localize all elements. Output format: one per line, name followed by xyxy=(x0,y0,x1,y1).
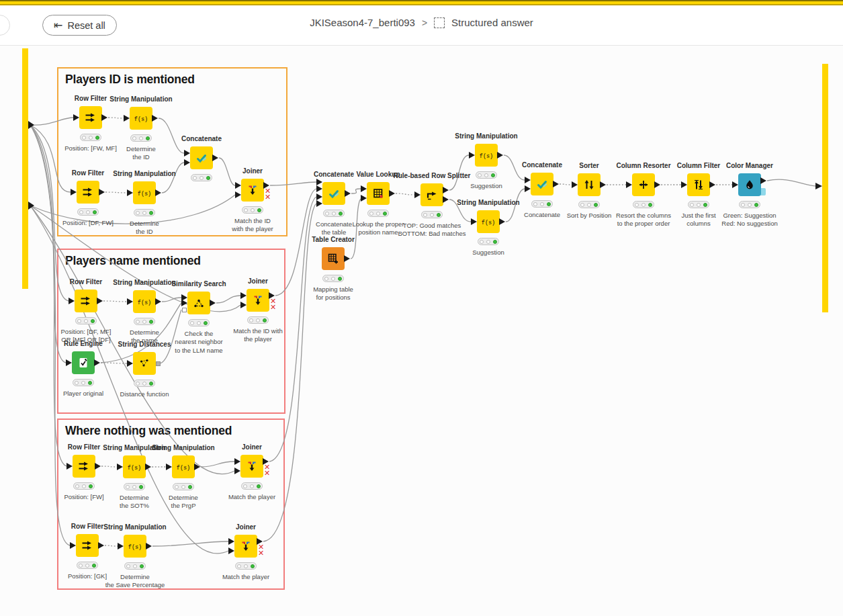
model-input-port[interactable] xyxy=(182,308,187,312)
string-manipulation-node[interactable]: f(s) xyxy=(133,290,156,313)
table-creator-node[interactable] xyxy=(322,247,345,270)
input-port[interactable] xyxy=(235,191,241,198)
output-port[interactable] xyxy=(654,181,660,188)
output-port[interactable] xyxy=(497,152,503,159)
output-port[interactable] xyxy=(194,464,200,470)
input-port[interactable] xyxy=(184,150,190,157)
input-port[interactable] xyxy=(525,185,531,192)
input-port[interactable] xyxy=(234,468,240,474)
wire[interactable] xyxy=(351,189,361,193)
string-manipulation-node[interactable]: f(s) xyxy=(133,181,156,204)
similarity-search-node[interactable] xyxy=(187,292,210,314)
input-port[interactable] xyxy=(127,360,133,367)
input-port[interactable] xyxy=(181,300,187,306)
output-port[interactable] xyxy=(97,298,103,304)
output-port[interactable] xyxy=(152,115,158,122)
reset-all-button[interactable]: ⇤ Reset all xyxy=(42,15,117,36)
input-port[interactable] xyxy=(525,177,531,183)
output-port[interactable] xyxy=(600,181,606,188)
joiner-node[interactable] xyxy=(241,179,264,202)
rule-engine-node[interactable] xyxy=(72,351,95,374)
string-distances-node[interactable] xyxy=(133,352,156,375)
output-port[interactable] xyxy=(155,298,161,305)
output-port[interactable] xyxy=(499,218,505,225)
input-port[interactable] xyxy=(471,218,477,225)
workflow-input-bar-port[interactable] xyxy=(28,202,34,210)
input-port[interactable] xyxy=(732,181,738,188)
output-port[interactable] xyxy=(709,181,715,188)
joiner-node[interactable] xyxy=(240,455,263,478)
row-filter-node[interactable] xyxy=(77,181,99,204)
workflow-input-bar[interactable] xyxy=(22,48,28,289)
wire[interactable] xyxy=(396,193,414,195)
input-port[interactable] xyxy=(240,302,247,308)
input-port[interactable] xyxy=(361,185,367,192)
input-port[interactable] xyxy=(235,182,241,189)
input-port[interactable] xyxy=(71,189,77,195)
string-manipulation-node[interactable]: f(s) xyxy=(172,455,195,478)
column-resorter-node[interactable] xyxy=(632,173,655,196)
input-port[interactable] xyxy=(127,298,133,305)
input-port[interactable] xyxy=(117,464,123,470)
input-port[interactable] xyxy=(124,115,130,122)
output-port[interactable] xyxy=(94,359,100,366)
wire[interactable] xyxy=(767,179,816,186)
input-port[interactable] xyxy=(66,463,73,470)
input-port[interactable] xyxy=(66,359,72,366)
input-port[interactable] xyxy=(240,292,247,299)
input-port[interactable] xyxy=(316,185,322,192)
input-port[interactable] xyxy=(681,181,687,188)
input-port[interactable] xyxy=(572,181,578,188)
color-manager-node[interactable] xyxy=(738,173,761,196)
joiner-node[interactable] xyxy=(247,289,269,312)
workflow-canvas[interactable]: Players ID is mentionedPlayers name ment… xyxy=(0,0,843,616)
output-port[interactable] xyxy=(760,177,766,184)
input-port[interactable] xyxy=(316,200,322,207)
clipped-button[interactable]: all xyxy=(0,15,10,36)
input-port[interactable] xyxy=(70,542,76,549)
input-port[interactable] xyxy=(234,458,240,465)
input-port[interactable] xyxy=(166,464,172,470)
input-port[interactable] xyxy=(69,298,75,304)
output-port[interactable] xyxy=(95,463,101,470)
output-port[interactable] xyxy=(389,190,395,197)
workflow-output-bar[interactable] xyxy=(822,64,828,312)
output-port[interactable] xyxy=(344,255,350,262)
breadcrumb-component[interactable]: Structured answer xyxy=(451,17,533,28)
string-manipulation-node[interactable]: f(s) xyxy=(124,535,146,558)
string-manipulation-node[interactable]: f(s) xyxy=(477,210,500,233)
input-port[interactable] xyxy=(127,189,133,196)
input-port[interactable] xyxy=(626,181,632,188)
wire[interactable] xyxy=(560,184,572,185)
input-port[interactable] xyxy=(316,179,322,185)
output-port[interactable] xyxy=(145,464,151,470)
input-port[interactable] xyxy=(469,152,475,159)
row-filter-node[interactable] xyxy=(76,534,99,557)
input-port[interactable] xyxy=(361,195,367,202)
joiner-node[interactable] xyxy=(234,535,257,558)
input-port[interactable] xyxy=(228,538,234,545)
input-port[interactable] xyxy=(414,191,420,198)
output-port[interactable] xyxy=(98,542,104,549)
row-filter-node[interactable] xyxy=(79,106,102,129)
output-port[interactable] xyxy=(553,181,559,187)
value-lookup-node[interactable] xyxy=(367,182,390,205)
input-port[interactable] xyxy=(228,547,234,554)
sorter-node[interactable] xyxy=(578,173,601,196)
row-filter-node[interactable] xyxy=(73,455,95,478)
string-manipulation-node[interactable]: f(s) xyxy=(130,107,152,130)
output-port[interactable] xyxy=(101,114,107,121)
string-manipulation-node[interactable]: f(s) xyxy=(123,455,146,478)
concatenate-node[interactable] xyxy=(190,146,213,169)
input-port[interactable] xyxy=(184,159,190,166)
input-port[interactable] xyxy=(73,114,79,121)
input-port[interactable] xyxy=(118,543,124,549)
column-filter-node[interactable] xyxy=(687,173,710,196)
workflow-input-bar-port[interactable] xyxy=(28,121,34,129)
row-filter-node[interactable] xyxy=(75,290,97,312)
output-port[interactable] xyxy=(155,189,161,196)
output-port[interactable] xyxy=(146,543,152,549)
breadcrumb-workflow[interactable]: JKISeason4-7_berti093 xyxy=(310,17,415,28)
input-port[interactable] xyxy=(316,193,322,200)
concatenate-node[interactable] xyxy=(322,182,345,205)
